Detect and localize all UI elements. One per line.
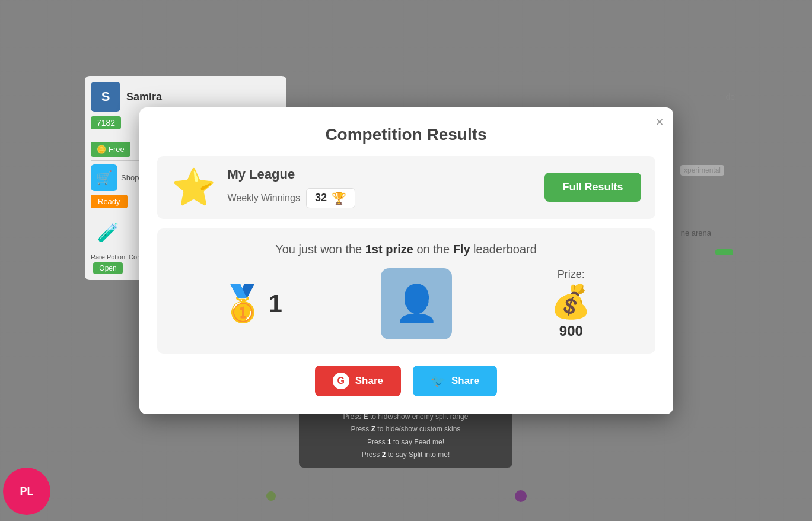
share-google-button[interactable]: G Share — [315, 366, 401, 396]
prize-rank-text: 1st prize — [365, 243, 413, 256]
weekly-label: Weekly Winnings — [228, 193, 300, 204]
avatar-person-icon: 👤 — [394, 282, 439, 325]
prize-label: Prize: — [558, 268, 585, 281]
full-results-button[interactable]: Full Results — [544, 173, 641, 202]
prize-content: 🥇 1 👤 Prize: 💰 900 — [171, 268, 641, 339]
share-google-label: Share — [355, 375, 383, 387]
trophy-icon: 🏆 — [332, 191, 346, 205]
leaderboard-name: Fly — [453, 243, 470, 256]
competition-results-modal: × Competition Results ⭐ My League Weekly… — [139, 107, 673, 414]
modal-backdrop: × Competition Results ⭐ My League Weekly… — [0, 0, 812, 521]
league-info: My League Weekly Winnings 32 🏆 — [228, 167, 533, 208]
league-title: My League — [228, 167, 533, 182]
rank-badge: 🥇 1 — [221, 286, 282, 322]
coins-icon: 💰 — [550, 285, 591, 318]
weekly-count-box: 32 🏆 — [306, 188, 355, 208]
player-avatar-large: 👤 — [381, 268, 452, 339]
weekly-count: 32 — [315, 192, 327, 204]
weekly-row: Weekly Winnings 32 🏆 — [228, 188, 533, 208]
prize-section: You just won the 1st prize on the Fly le… — [157, 228, 655, 354]
share-row: G Share 🐦 Share — [157, 366, 655, 396]
modal-title: Competition Results — [157, 125, 655, 144]
google-g-icon: G — [333, 373, 349, 389]
prize-info: Prize: 💰 900 — [550, 268, 591, 339]
medal-icon: 🥇 — [221, 286, 265, 322]
rank-number: 1 — [269, 290, 282, 318]
prize-amount: 900 — [559, 323, 583, 339]
share-twitter-label: Share — [451, 375, 479, 387]
modal-close-button[interactable]: × — [656, 115, 664, 130]
twitter-bird-icon: 🐦 — [431, 374, 445, 388]
prize-text: You just won the 1st prize on the Fly le… — [171, 243, 641, 256]
league-section: ⭐ My League Weekly Winnings 32 🏆 Full Re… — [157, 156, 655, 219]
share-twitter-button[interactable]: 🐦 Share — [413, 366, 497, 396]
star-icon: ⭐ — [171, 170, 216, 205]
